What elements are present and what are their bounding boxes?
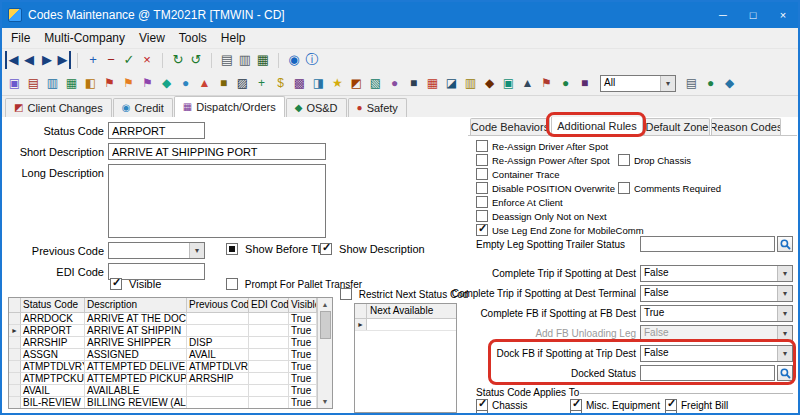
checkbox-re-assign-driver-after-spot[interactable]: Re-Assign Driver After Spot	[476, 140, 608, 152]
checkbox-box[interactable]	[476, 210, 488, 222]
checkbox-box[interactable]	[226, 243, 238, 255]
toolbar2-tool-11-icon[interactable]: ▲	[195, 74, 214, 92]
partial-checkbox[interactable]	[476, 410, 488, 413]
checkbox-box[interactable]	[476, 224, 488, 236]
visible-checkbox[interactable]: Visible	[110, 278, 161, 290]
scroll-down-icon[interactable]: ▼	[322, 395, 329, 408]
nav-next-icon[interactable]: ▶	[38, 51, 56, 69]
nav-first-icon[interactable]: ◀	[5, 51, 20, 69]
nav-last-icon[interactable]: ▶	[56, 51, 71, 69]
toolbar2-tool-10-icon[interactable]: ●	[176, 74, 195, 92]
toolbar2-tool-30-icon[interactable]: ●	[556, 74, 575, 92]
toolbar2-tool-16-icon[interactable]: ▩	[290, 74, 309, 92]
docked-status-lookup-button[interactable]	[777, 365, 793, 381]
toolbar2-tool-02-icon[interactable]: ▤	[24, 74, 43, 92]
toolbar2-tool-31-icon[interactable]: ■	[575, 74, 594, 92]
toolbar2-tool-18-icon[interactable]: ★	[328, 74, 347, 92]
table-row-arrport[interactable]: ►ARRPORTARRIVE AT SHIPPINTrue	[9, 325, 317, 337]
checkbox-box[interactable]	[110, 278, 122, 290]
table-row-avail[interactable]: AVAILAVAILABLETrue	[9, 385, 317, 397]
table-row-arrship[interactable]: ARRSHIPARRIVE SHIPPERDISPTrue	[9, 337, 317, 349]
checkbox-re-assign-power-after-spot[interactable]: Re-Assign Power After Spot	[476, 154, 610, 166]
toolbar2-tool-28-icon[interactable]: ▲	[518, 74, 537, 92]
tab-safety[interactable]: ●Safety	[348, 98, 407, 117]
complete-trip-if-spotting-at-dest-terminal-dropdown[interactable]: False▾	[640, 285, 793, 302]
toolbar2-tool-09-icon[interactable]: ◆	[157, 74, 176, 92]
checkbox-box[interactable]	[570, 410, 582, 413]
checkbox-box[interactable]	[476, 154, 488, 166]
checkbox-comments-required[interactable]: Comments Required	[618, 182, 721, 194]
checkbox-box[interactable]	[476, 140, 488, 152]
table-row-atmptdlvry[interactable]: ATMPTDLVRYATTEMPTED DELIVEATMPTDLVRTrue	[9, 361, 317, 373]
chevron-down-icon[interactable]: ▾	[660, 76, 675, 91]
previous-code-dropdown[interactable]: ▾	[108, 242, 205, 259]
column-header-status-code[interactable]: Status Code	[21, 298, 85, 313]
tab-dispatch-orders[interactable]: ▦Dispatch/Orders	[174, 96, 285, 117]
toolbar2-tool-12-icon[interactable]: ■	[214, 74, 233, 92]
scroll-thumb[interactable]	[320, 311, 331, 339]
toolbar2-tool-32-icon[interactable]: ▤	[682, 74, 701, 92]
list-item[interactable]: ►	[355, 319, 456, 331]
toolbar2-tool-21-icon[interactable]: ●	[385, 74, 404, 92]
web-icon[interactable]: ◉	[285, 51, 303, 69]
checkbox-box[interactable]	[618, 182, 630, 194]
delete-record-icon[interactable]: −	[102, 51, 120, 69]
checkbox-use-leg-end-zone-for-mobilecomm[interactable]: Use Leg End Zone for MobileComm	[476, 224, 644, 236]
toolbar2-tool-05-icon[interactable]: ◧	[81, 74, 100, 92]
table-row-bil-review[interactable]: BIL-REVIEWBILLING REVIEW (ALTrue	[9, 397, 317, 408]
checkbox-box[interactable]	[665, 410, 677, 413]
checkbox-box[interactable]	[320, 243, 332, 255]
table-row-atmptpckup[interactable]: ATMPTPCKUPATTEMPTED PICKUPARRSHIPTrue	[9, 373, 317, 385]
maximize-button[interactable]: □	[738, 2, 768, 28]
menu-item-view[interactable]: View	[132, 29, 172, 47]
toolbar2-tool-23-icon[interactable]: ▦	[423, 74, 442, 92]
empty-leg-spotting-trailer-status-input[interactable]	[640, 236, 775, 252]
toolbar2-tool-19-icon[interactable]: ◩	[347, 74, 366, 92]
toolbar2-tool-17-icon[interactable]: ◨	[309, 74, 328, 92]
toolbar2-tool-26-icon[interactable]: ◆	[480, 74, 499, 92]
tab-code-behaviors[interactable]: Code Behaviors	[470, 118, 550, 135]
toolbar2-tool-24-icon[interactable]: ◪	[442, 74, 461, 92]
menu-item-multi-company[interactable]: Multi-Company	[37, 29, 132, 47]
show-description-checkbox[interactable]: Show Description	[320, 243, 425, 255]
checkbox-box[interactable]	[476, 168, 488, 180]
checkbox-box[interactable]	[618, 154, 630, 166]
tab-reason-codes[interactable]: Reason Codes	[711, 118, 781, 135]
complete-fb-if-spotting-at-fb-dest-dropdown[interactable]: True▾	[640, 305, 793, 322]
tab-os-d[interactable]: ◆OS&D	[286, 98, 347, 117]
toolbar2-tool-01-icon[interactable]: ▣	[5, 74, 24, 92]
long-description-textarea[interactable]	[108, 164, 326, 238]
checkbox-box[interactable]	[476, 410, 488, 413]
minimize-button[interactable]: ─	[708, 2, 738, 28]
checkbox-box[interactable]	[476, 196, 488, 208]
title-bar[interactable]: Codes Maintenance @ TM2021R [TMWIN - CD]…	[2, 2, 798, 28]
chevron-down-icon[interactable]: ▾	[189, 243, 204, 258]
menu-item-file[interactable]: File	[4, 29, 37, 47]
checkbox-box[interactable]	[226, 278, 238, 290]
status-code-input[interactable]	[108, 122, 205, 139]
column-header-edi-code[interactable]: EDI Code	[249, 298, 289, 313]
checkbox-enforce-at-client[interactable]: Enforce At Client	[476, 196, 563, 208]
partial-checkbox[interactable]	[570, 410, 582, 413]
print-setup-icon[interactable]: ▥	[236, 51, 254, 69]
export-icon[interactable]: ▦	[254, 51, 272, 69]
toolbar2-tool-04-icon[interactable]: ▦	[62, 74, 81, 92]
column-header-visible[interactable]: Visible	[289, 298, 317, 313]
toolbar2-tool-34-icon[interactable]: ◆	[720, 74, 739, 92]
toolbar2-tool-25-icon[interactable]: ▥	[461, 74, 480, 92]
complete-trip-if-spotting-at-dest-dropdown[interactable]: False▾	[640, 265, 793, 282]
toolbar2-tool-08-icon[interactable]: ⚑	[138, 74, 157, 92]
toolbar2-tool-15-icon[interactable]: $	[271, 74, 290, 92]
docked-status-input[interactable]	[640, 365, 775, 381]
table-row-arrdock[interactable]: ARRDOCKARRIVE AT THE DOCTrue	[9, 313, 317, 325]
tab-client-changes[interactable]: ◩Client Changes	[5, 98, 112, 117]
add-record-icon[interactable]: +	[84, 51, 102, 69]
toolbar2-tool-29-icon[interactable]: ⚑	[537, 74, 556, 92]
column-header-description[interactable]: Description	[85, 298, 187, 313]
checkbox-drop-chassis[interactable]: Drop Chassis	[618, 154, 691, 166]
toolbar2-tool-27-icon[interactable]: ▣	[499, 74, 518, 92]
checkbox-box[interactable]	[340, 288, 352, 300]
tab-default-zone[interactable]: Default Zone	[644, 118, 710, 135]
column-header-previous-code[interactable]: Previous Code	[187, 298, 249, 313]
print-icon[interactable]: ▤	[218, 51, 236, 69]
